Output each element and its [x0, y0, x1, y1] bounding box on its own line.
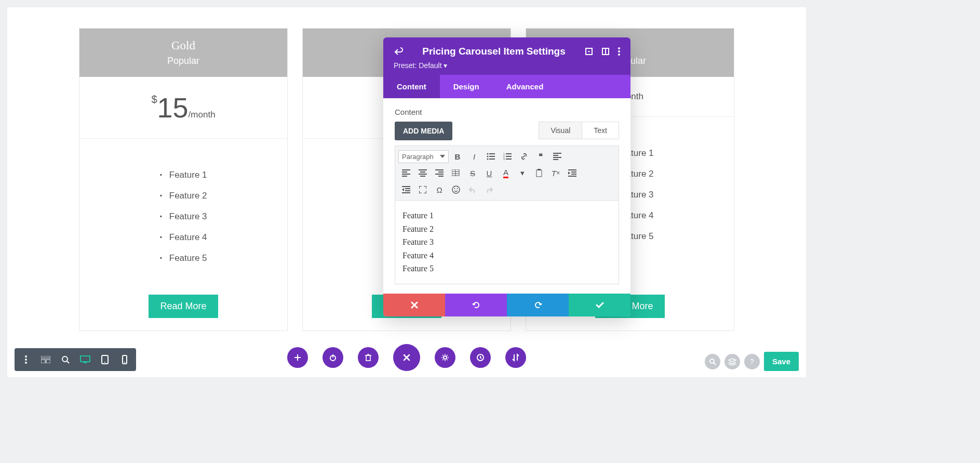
content-line: Feature 5 — [402, 262, 611, 275]
svg-rect-40 — [538, 169, 541, 170]
align-center-icon[interactable] — [415, 166, 431, 180]
tab-advanced[interactable]: Advanced — [493, 75, 557, 98]
numbered-list-icon[interactable]: 123 — [500, 149, 515, 164]
fullscreen-icon[interactable] — [415, 182, 431, 197]
svg-rect-43 — [571, 174, 576, 175]
content-line: Feature 2 — [402, 222, 611, 236]
svg-point-58 — [62, 356, 68, 362]
svg-rect-12 — [489, 158, 495, 160]
omega-icon[interactable]: Ω — [432, 182, 447, 197]
pricing-card: Gold Popular $15/month Feature 1 Feature… — [79, 28, 288, 331]
svg-rect-34 — [438, 176, 444, 177]
add-button[interactable] — [287, 347, 308, 368]
tablet-icon[interactable] — [96, 351, 114, 368]
outdent-icon[interactable] — [398, 182, 414, 197]
card-footer: Read More — [79, 295, 287, 330]
more-icon[interactable] — [618, 47, 620, 56]
svg-rect-60 — [80, 356, 90, 362]
svg-point-63 — [104, 362, 105, 363]
chevron-down-icon[interactable]: ▾ — [515, 166, 530, 180]
svg-rect-20 — [553, 155, 558, 156]
add-media-button[interactable]: ADD MEDIA — [395, 122, 452, 140]
link-icon[interactable] — [516, 149, 532, 164]
preset-dropdown[interactable]: Preset: Default ▾ — [394, 61, 620, 70]
svg-rect-44 — [568, 176, 576, 177]
quote-icon[interactable]: ❝ — [533, 149, 548, 164]
indent-icon[interactable] — [565, 166, 580, 180]
zoom-icon[interactable] — [56, 351, 75, 368]
currency: $ — [151, 94, 157, 105]
tab-content[interactable]: Content — [383, 75, 440, 98]
sort-button[interactable] — [505, 347, 526, 368]
viewport-toolbar — [15, 348, 136, 371]
layers-icon[interactable] — [724, 354, 740, 369]
svg-rect-19 — [553, 153, 561, 154]
cancel-button[interactable] — [383, 294, 445, 316]
feature-item: Feature 2 — [159, 186, 207, 206]
card-subtitle: Popular — [79, 56, 287, 67]
trash-button[interactable] — [358, 347, 379, 368]
columns-icon[interactable] — [601, 47, 610, 56]
svg-line-74 — [714, 363, 716, 365]
search-icon[interactable] — [705, 354, 720, 369]
emoji-icon[interactable] — [448, 182, 464, 197]
svg-rect-46 — [405, 188, 410, 189]
save-button[interactable]: Save — [764, 352, 799, 371]
paste-icon[interactable] — [531, 166, 547, 180]
table-icon[interactable] — [448, 166, 464, 180]
editor-content[interactable]: Feature 1 Feature 2 Feature 3 Feature 4 … — [395, 201, 619, 284]
svg-point-53 — [25, 359, 27, 361]
align-right-icon[interactable] — [432, 166, 447, 180]
svg-rect-21 — [553, 157, 561, 158]
underline-icon[interactable]: U — [481, 166, 497, 180]
bullet-list-icon[interactable] — [483, 149, 499, 164]
svg-rect-42 — [571, 171, 576, 173]
svg-point-4 — [618, 47, 620, 49]
read-more-button[interactable]: Read More — [149, 295, 218, 318]
svg-rect-28 — [420, 171, 425, 173]
confirm-button[interactable] — [569, 294, 630, 316]
editor-mode-tabs: Visual Text — [539, 122, 619, 139]
text-tab[interactable]: Text — [582, 122, 619, 139]
back-icon[interactable] — [394, 47, 403, 56]
close-button[interactable] — [393, 344, 420, 371]
svg-rect-16 — [506, 156, 512, 157]
undo-button[interactable] — [445, 294, 507, 316]
history-button[interactable] — [470, 347, 491, 368]
svg-rect-27 — [419, 169, 427, 170]
modal-tabs: Content Design Advanced — [383, 75, 630, 98]
format-select[interactable]: Paragraph — [398, 150, 449, 163]
svg-rect-26 — [402, 176, 407, 177]
svg-rect-22 — [553, 159, 558, 160]
align-left-icon[interactable] — [398, 166, 414, 180]
redo-button[interactable] — [507, 294, 569, 316]
visual-tab[interactable]: Visual — [539, 122, 582, 139]
svg-point-49 — [452, 186, 460, 193]
undo-icon[interactable] — [465, 182, 480, 197]
svg-rect-33 — [435, 174, 444, 175]
italic-icon[interactable]: I — [466, 149, 482, 164]
feature-item: Feature 5 — [159, 248, 207, 269]
svg-point-5 — [618, 50, 620, 52]
more-icon[interactable] — [17, 351, 35, 368]
settings-button[interactable] — [435, 347, 455, 368]
wireframe-icon[interactable] — [36, 351, 55, 368]
svg-point-73 — [710, 359, 714, 363]
phone-icon[interactable] — [115, 351, 134, 368]
bold-icon[interactable]: B — [450, 149, 465, 164]
clear-format-icon[interactable]: T× — [548, 166, 563, 180]
svg-rect-29 — [419, 174, 427, 175]
svg-point-9 — [487, 156, 489, 157]
expand-icon[interactable] — [585, 47, 593, 56]
text-color-icon[interactable]: A — [498, 166, 514, 180]
align-icon[interactable] — [549, 149, 565, 164]
redo-icon[interactable] — [481, 182, 497, 197]
desktop-icon[interactable] — [76, 351, 95, 368]
modal-body: Content ADD MEDIA Visual Text Paragraph … — [383, 98, 630, 294]
svg-point-65 — [124, 362, 125, 363]
editor-toolbar: Paragraph B I 123 ❝ — [395, 145, 619, 201]
help-icon[interactable]: ? — [744, 354, 760, 369]
tab-design[interactable]: Design — [440, 75, 493, 98]
strikethrough-icon[interactable]: S — [465, 166, 480, 180]
power-button[interactable] — [323, 347, 343, 368]
